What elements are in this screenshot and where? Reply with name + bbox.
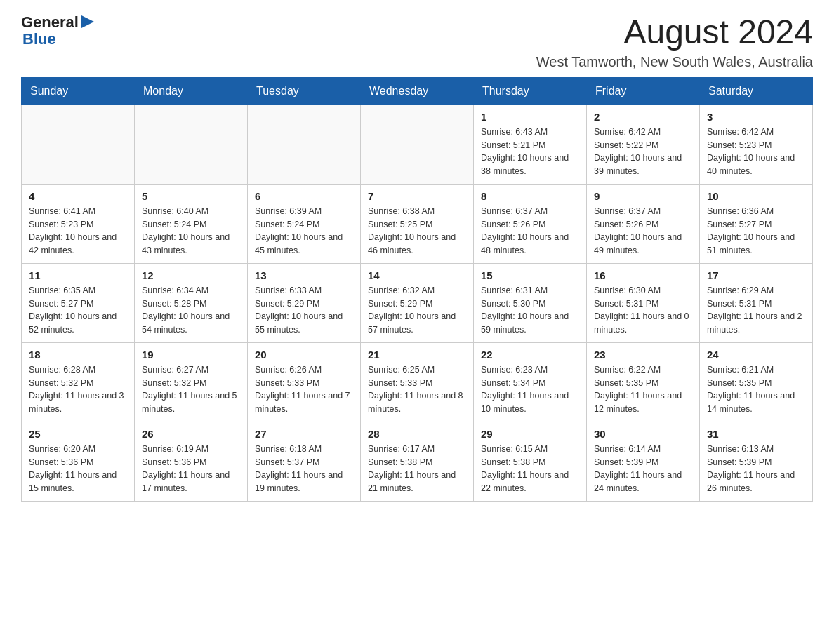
calendar-cell: 26Sunrise: 6:19 AMSunset: 5:36 PMDayligh… bbox=[135, 422, 248, 501]
logo: General Blue bbox=[21, 14, 94, 48]
day-info: Sunrise: 6:25 AMSunset: 5:33 PMDaylight:… bbox=[368, 363, 466, 416]
calendar-cell: 9Sunrise: 6:37 AMSunset: 5:26 PMDaylight… bbox=[587, 184, 700, 263]
calendar-cell: 14Sunrise: 6:32 AMSunset: 5:29 PMDayligh… bbox=[361, 263, 474, 342]
day-info: Sunrise: 6:26 AMSunset: 5:33 PMDaylight:… bbox=[255, 363, 353, 416]
calendar-cell: 28Sunrise: 6:17 AMSunset: 5:38 PMDayligh… bbox=[361, 422, 474, 501]
day-number: 22 bbox=[481, 349, 579, 361]
calendar-cell bbox=[361, 105, 474, 184]
calendar-cell: 31Sunrise: 6:13 AMSunset: 5:39 PMDayligh… bbox=[700, 422, 813, 501]
calendar-cell bbox=[135, 105, 248, 184]
day-number: 11 bbox=[29, 269, 127, 281]
day-number: 4 bbox=[29, 190, 127, 202]
day-info: Sunrise: 6:21 AMSunset: 5:35 PMDaylight:… bbox=[707, 363, 805, 416]
day-info: Sunrise: 6:15 AMSunset: 5:38 PMDaylight:… bbox=[481, 443, 579, 495]
logo-arrow-icon bbox=[81, 15, 94, 28]
day-number: 12 bbox=[142, 269, 240, 281]
calendar-cell: 15Sunrise: 6:31 AMSunset: 5:30 PMDayligh… bbox=[474, 263, 587, 342]
day-number: 18 bbox=[29, 349, 127, 361]
day-number: 5 bbox=[142, 190, 240, 202]
day-info: Sunrise: 6:34 AMSunset: 5:28 PMDaylight:… bbox=[142, 284, 240, 337]
day-info: Sunrise: 6:14 AMSunset: 5:39 PMDaylight:… bbox=[594, 443, 692, 495]
header-thursday: Thursday bbox=[474, 77, 587, 105]
calendar-cell: 27Sunrise: 6:18 AMSunset: 5:37 PMDayligh… bbox=[248, 422, 361, 501]
day-info: Sunrise: 6:42 AMSunset: 5:22 PMDaylight:… bbox=[594, 126, 692, 178]
calendar-cell: 4Sunrise: 6:41 AMSunset: 5:23 PMDaylight… bbox=[22, 184, 135, 263]
day-number: 29 bbox=[481, 428, 579, 440]
day-info: Sunrise: 6:37 AMSunset: 5:26 PMDaylight:… bbox=[481, 205, 579, 257]
day-info: Sunrise: 6:31 AMSunset: 5:30 PMDaylight:… bbox=[481, 284, 579, 337]
day-number: 25 bbox=[29, 428, 127, 440]
day-number: 13 bbox=[255, 269, 353, 281]
day-number: 28 bbox=[368, 428, 466, 440]
calendar-header-row: Sunday Monday Tuesday Wednesday Thursday… bbox=[22, 77, 813, 105]
day-number: 16 bbox=[594, 269, 692, 281]
day-number: 6 bbox=[255, 190, 353, 202]
header-tuesday: Tuesday bbox=[248, 77, 361, 105]
day-info: Sunrise: 6:43 AMSunset: 5:21 PMDaylight:… bbox=[481, 126, 579, 178]
day-info: Sunrise: 6:39 AMSunset: 5:24 PMDaylight:… bbox=[255, 205, 353, 257]
calendar-week-row-3: 18Sunrise: 6:28 AMSunset: 5:32 PMDayligh… bbox=[22, 342, 813, 422]
day-info: Sunrise: 6:18 AMSunset: 5:37 PMDaylight:… bbox=[255, 443, 353, 495]
calendar-table: Sunday Monday Tuesday Wednesday Thursday… bbox=[21, 77, 813, 502]
calendar-cell: 8Sunrise: 6:37 AMSunset: 5:26 PMDaylight… bbox=[474, 184, 587, 263]
day-number: 27 bbox=[255, 428, 353, 440]
day-info: Sunrise: 6:28 AMSunset: 5:32 PMDaylight:… bbox=[29, 363, 127, 416]
calendar-cell: 1Sunrise: 6:43 AMSunset: 5:21 PMDaylight… bbox=[474, 105, 587, 184]
day-info: Sunrise: 6:32 AMSunset: 5:29 PMDaylight:… bbox=[368, 284, 466, 337]
calendar-cell: 3Sunrise: 6:42 AMSunset: 5:23 PMDaylight… bbox=[700, 105, 813, 184]
calendar-cell: 22Sunrise: 6:23 AMSunset: 5:34 PMDayligh… bbox=[474, 342, 587, 422]
calendar-cell: 18Sunrise: 6:28 AMSunset: 5:32 PMDayligh… bbox=[22, 342, 135, 422]
day-info: Sunrise: 6:37 AMSunset: 5:26 PMDaylight:… bbox=[594, 205, 692, 257]
day-info: Sunrise: 6:20 AMSunset: 5:36 PMDaylight:… bbox=[29, 443, 127, 495]
calendar-cell: 19Sunrise: 6:27 AMSunset: 5:32 PMDayligh… bbox=[135, 342, 248, 422]
header-sunday: Sunday bbox=[22, 77, 135, 105]
day-number: 8 bbox=[481, 190, 579, 202]
calendar-week-row-2: 11Sunrise: 6:35 AMSunset: 5:27 PMDayligh… bbox=[22, 263, 813, 342]
day-info: Sunrise: 6:38 AMSunset: 5:25 PMDaylight:… bbox=[368, 205, 466, 257]
calendar-week-row-1: 4Sunrise: 6:41 AMSunset: 5:23 PMDaylight… bbox=[22, 184, 813, 263]
day-info: Sunrise: 6:41 AMSunset: 5:23 PMDaylight:… bbox=[29, 205, 127, 257]
calendar-week-row-4: 25Sunrise: 6:20 AMSunset: 5:36 PMDayligh… bbox=[22, 422, 813, 501]
logo-general-text: General bbox=[21, 14, 79, 31]
calendar-cell: 6Sunrise: 6:39 AMSunset: 5:24 PMDaylight… bbox=[248, 184, 361, 263]
day-number: 23 bbox=[594, 349, 692, 361]
calendar-cell: 30Sunrise: 6:14 AMSunset: 5:39 PMDayligh… bbox=[587, 422, 700, 501]
calendar-cell: 24Sunrise: 6:21 AMSunset: 5:35 PMDayligh… bbox=[700, 342, 813, 422]
calendar-cell: 16Sunrise: 6:30 AMSunset: 5:31 PMDayligh… bbox=[587, 263, 700, 342]
calendar-cell: 11Sunrise: 6:35 AMSunset: 5:27 PMDayligh… bbox=[22, 263, 135, 342]
calendar-cell: 21Sunrise: 6:25 AMSunset: 5:33 PMDayligh… bbox=[361, 342, 474, 422]
calendar-cell: 7Sunrise: 6:38 AMSunset: 5:25 PMDaylight… bbox=[361, 184, 474, 263]
header-friday: Friday bbox=[587, 77, 700, 105]
day-number: 24 bbox=[707, 349, 805, 361]
svg-marker-0 bbox=[81, 15, 94, 28]
day-number: 2 bbox=[594, 111, 692, 123]
day-number: 17 bbox=[707, 269, 805, 281]
day-number: 19 bbox=[142, 349, 240, 361]
day-number: 14 bbox=[368, 269, 466, 281]
day-info: Sunrise: 6:40 AMSunset: 5:24 PMDaylight:… bbox=[142, 205, 240, 257]
calendar-cell: 10Sunrise: 6:36 AMSunset: 5:27 PMDayligh… bbox=[700, 184, 813, 263]
calendar-cell: 29Sunrise: 6:15 AMSunset: 5:38 PMDayligh… bbox=[474, 422, 587, 501]
day-number: 10 bbox=[707, 190, 805, 202]
day-info: Sunrise: 6:23 AMSunset: 5:34 PMDaylight:… bbox=[481, 363, 579, 416]
day-info: Sunrise: 6:33 AMSunset: 5:29 PMDaylight:… bbox=[255, 284, 353, 337]
title-block: August 2024 West Tamworth, New South Wal… bbox=[536, 14, 813, 70]
day-info: Sunrise: 6:22 AMSunset: 5:35 PMDaylight:… bbox=[594, 363, 692, 416]
day-number: 7 bbox=[368, 190, 466, 202]
day-info: Sunrise: 6:29 AMSunset: 5:31 PMDaylight:… bbox=[707, 284, 805, 337]
calendar-cell: 2Sunrise: 6:42 AMSunset: 5:22 PMDaylight… bbox=[587, 105, 700, 184]
day-number: 21 bbox=[368, 349, 466, 361]
day-number: 20 bbox=[255, 349, 353, 361]
day-info: Sunrise: 6:36 AMSunset: 5:27 PMDaylight:… bbox=[707, 205, 805, 257]
day-info: Sunrise: 6:17 AMSunset: 5:38 PMDaylight:… bbox=[368, 443, 466, 495]
calendar-week-row-0: 1Sunrise: 6:43 AMSunset: 5:21 PMDaylight… bbox=[22, 105, 813, 184]
calendar-cell: 13Sunrise: 6:33 AMSunset: 5:29 PMDayligh… bbox=[248, 263, 361, 342]
day-number: 30 bbox=[594, 428, 692, 440]
day-number: 15 bbox=[481, 269, 579, 281]
calendar-cell: 23Sunrise: 6:22 AMSunset: 5:35 PMDayligh… bbox=[587, 342, 700, 422]
calendar-cell: 25Sunrise: 6:20 AMSunset: 5:36 PMDayligh… bbox=[22, 422, 135, 501]
calendar-cell bbox=[22, 105, 135, 184]
day-info: Sunrise: 6:30 AMSunset: 5:31 PMDaylight:… bbox=[594, 284, 692, 337]
day-info: Sunrise: 6:19 AMSunset: 5:36 PMDaylight:… bbox=[142, 443, 240, 495]
header-wednesday: Wednesday bbox=[361, 77, 474, 105]
